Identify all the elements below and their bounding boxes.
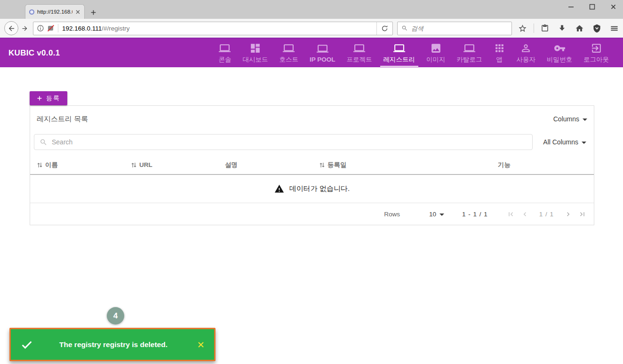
- search-icon: [401, 25, 408, 32]
- first-page-icon[interactable]: [507, 210, 515, 218]
- toolbar-icons: [518, 24, 619, 33]
- warning-icon: [274, 184, 284, 194]
- registry-list-panel: 레지스트리 목록 Columns All Columns 이름: [30, 105, 594, 225]
- urlbar-divider: [58, 24, 58, 32]
- back-button[interactable]: [4, 21, 18, 35]
- caret-down-icon: [583, 119, 587, 121]
- annotation-step-badge: 4: [107, 307, 124, 324]
- close-button[interactable]: [610, 4, 616, 10]
- sort-icon: [319, 162, 325, 168]
- rows-label: Rows: [384, 211, 400, 218]
- register-button[interactable]: 등록: [30, 91, 67, 105]
- site-info-icon[interactable]: [37, 24, 44, 32]
- table-search-row: All Columns: [30, 132, 594, 156]
- toast-close-icon[interactable]: [197, 341, 205, 348]
- column-header-description: 설명: [225, 161, 319, 169]
- laptop-icon: [283, 42, 295, 54]
- plus-icon: [37, 95, 42, 101]
- check-icon: [20, 338, 33, 351]
- laptop-icon: [219, 42, 231, 54]
- page-size-dropdown[interactable]: 10: [429, 211, 444, 218]
- last-page-icon[interactable]: [578, 210, 586, 218]
- nav-item-dashboard[interactable]: 대시보드: [237, 39, 273, 67]
- nav-item-console[interactable]: 콘솔: [213, 39, 237, 67]
- library-icon[interactable]: [541, 24, 549, 32]
- person-icon: [520, 42, 532, 54]
- laptop-icon: [317, 43, 328, 55]
- nav-item-project[interactable]: 프로젝트: [341, 39, 378, 67]
- url-host: 192.168.0.111: [62, 25, 102, 32]
- nav-items: 콘솔 대시보드 호스트 IP POOL 프로젝트 레지스트리 이미지 카탈로그: [213, 39, 615, 67]
- nav-item-password[interactable]: 비밀번호: [541, 39, 578, 67]
- laptop-icon: [463, 42, 475, 54]
- empty-message: 데이터가 없습니다.: [289, 184, 350, 193]
- menu-hamburger-icon[interactable]: [610, 24, 619, 33]
- shield-icon[interactable]: [592, 24, 601, 33]
- nav-item-user[interactable]: 사용자: [511, 39, 542, 67]
- column-header-actions: 기능: [498, 161, 587, 169]
- nav-item-catalog[interactable]: 카탈로그: [451, 39, 488, 67]
- nav-item-logout[interactable]: 로그아웃: [578, 39, 615, 67]
- nav-item-ip-pool[interactable]: IP POOL: [304, 39, 341, 67]
- columns-dropdown[interactable]: Columns: [553, 115, 587, 123]
- panel-title: 레지스트리 목록: [37, 115, 88, 124]
- reload-button[interactable]: [376, 22, 392, 35]
- downloads-icon[interactable]: [558, 24, 567, 33]
- home-icon[interactable]: [575, 24, 584, 33]
- minimize-button[interactable]: [568, 4, 574, 10]
- nav-item-host[interactable]: 호스트: [273, 39, 304, 67]
- browser-titlebar: http://192.168.0.111/: [0, 0, 623, 19]
- tab-favicon-icon: [29, 9, 34, 15]
- browser-search-box[interactable]: [397, 22, 512, 35]
- all-columns-dropdown[interactable]: All Columns: [543, 138, 586, 146]
- tab-close-icon[interactable]: [75, 9, 80, 15]
- browser-tab[interactable]: http://192.168.0.111/: [25, 4, 85, 19]
- maximize-button[interactable]: [589, 4, 595, 10]
- success-toast: The registry registry is deleted.: [9, 328, 216, 361]
- key-icon: [554, 42, 566, 54]
- dashboard-icon: [249, 42, 261, 54]
- laptop-icon: [393, 42, 405, 54]
- empty-state-row: 데이터가 없습니다.: [30, 175, 594, 203]
- forward-button[interactable]: [18, 25, 31, 32]
- new-tab-button[interactable]: [90, 9, 96, 16]
- browser-search-input[interactable]: [411, 25, 508, 32]
- previous-page-icon[interactable]: [521, 210, 529, 218]
- app-brand: KUBIC v0.0.1: [8, 48, 60, 58]
- table-search-input[interactable]: [52, 138, 527, 146]
- column-header-name[interactable]: 이름: [37, 161, 131, 169]
- image-icon: [430, 42, 442, 54]
- toolbar-divider: [534, 24, 534, 33]
- table-search-box[interactable]: [34, 134, 533, 150]
- browser-toolbar: 192.168.0.111/#/registry: [0, 19, 623, 38]
- toast-message: The registry registry is deleted.: [33, 340, 193, 349]
- sort-icon: [37, 162, 43, 168]
- pagination-controls: 1 / 1: [507, 210, 586, 218]
- column-header-url[interactable]: URL: [131, 161, 225, 168]
- tab-title: http://192.168.0.111/: [37, 9, 72, 15]
- app-navbar: KUBIC v0.0.1 콘솔 대시보드 호스트 IP POOL 프로젝트 레지…: [0, 38, 623, 67]
- nav-item-image[interactable]: 이미지: [421, 39, 451, 67]
- url-bar[interactable]: 192.168.0.111/#/registry: [33, 22, 393, 35]
- laptop-icon: [353, 42, 365, 54]
- window-controls: [568, 4, 616, 10]
- pagination-range: 1 - 1 / 1: [462, 211, 488, 218]
- page-indicator: 1 / 1: [539, 211, 554, 218]
- panel-header: 레지스트리 목록 Columns: [30, 106, 594, 132]
- pagination-bar: Rows 10 1 - 1 / 1 1 / 1: [30, 203, 594, 225]
- apps-icon: [494, 42, 505, 54]
- sort-icon: [131, 162, 137, 168]
- caret-down-icon: [582, 142, 586, 144]
- bookmark-star-icon[interactable]: [518, 24, 527, 33]
- table-header-row: 이름 URL 설명 등록일 기능: [30, 156, 594, 175]
- url-path: /#/registry: [102, 25, 129, 32]
- logout-icon: [591, 42, 602, 54]
- caret-down-icon: [439, 214, 444, 216]
- plugin-blocked-icon[interactable]: [48, 25, 54, 32]
- nav-item-app[interactable]: 앱: [488, 39, 511, 67]
- nav-item-registry[interactable]: 레지스트리: [378, 39, 421, 67]
- url-text: 192.168.0.111/#/registry: [62, 25, 130, 32]
- column-header-registered-date[interactable]: 등록일: [319, 161, 498, 169]
- main-content: 등록 레지스트리 목록 Columns All Columns 이름: [0, 67, 623, 225]
- next-page-icon[interactable]: [564, 210, 572, 218]
